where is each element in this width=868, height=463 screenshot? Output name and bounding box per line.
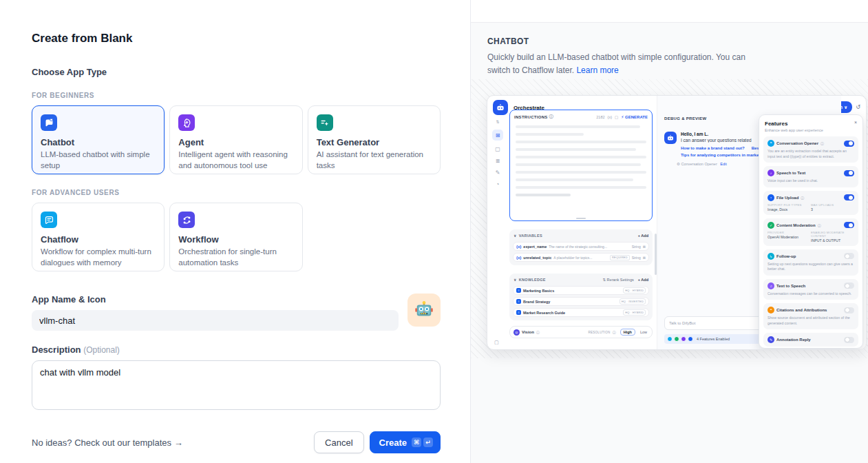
info-icon: ⓘ (801, 196, 804, 200)
description-textarea[interactable]: chat with vllm model (32, 360, 441, 410)
feature-toggle (844, 170, 854, 176)
instructions-label: INSTRUCTIONS (514, 115, 548, 119)
citations-icon: ❝ (768, 307, 774, 313)
beginner-app-type-cards: Chatbot LLM-based chatbot with simple se… (32, 105, 441, 174)
sliders-icon: ⇅ (496, 119, 499, 124)
document-icon: ≡ (516, 288, 521, 293)
text-to-speech-icon: ♫ (768, 282, 774, 289)
chevron-down-icon: ∨ (514, 234, 517, 238)
app-type-name: Chatflow (41, 234, 156, 245)
app-type-name: Text Generator (317, 137, 432, 147)
variable-row: {x} expert_name The name of the strategi… (513, 242, 649, 251)
history-icon: ↺ (856, 104, 860, 110)
chatbot-icon (41, 114, 57, 131)
feature-toggle (844, 337, 854, 343)
app-type-name: Agent (178, 137, 293, 147)
advanced-app-type-cards: Chatflow Workflow for complex multi-turn… (32, 203, 441, 271)
feature-mini-icon (667, 336, 673, 342)
feature-toggle (844, 307, 854, 313)
app-type-desc: Intelligent agent with reasoning and aut… (178, 150, 293, 172)
annotation-reply-icon: ✎ (768, 336, 774, 343)
info-icon: ⓘ (536, 330, 540, 334)
orchestrate-tab-icon: ⊞ (492, 130, 503, 141)
feature-toggle (844, 141, 854, 147)
required-badge: REQUIRED (610, 255, 630, 260)
variable-token-icon: {x} (516, 256, 521, 260)
preview-hatch-area: Orchestrate GPT-4o CHAT ♪ ⚙ ∨ ⇅ Publish … (471, 79, 868, 358)
app-name-input[interactable] (32, 310, 399, 331)
feature-item-conversation-opener: ❞ Conversation Opener ⓘ You are an entit… (763, 136, 858, 163)
app-type-card-agent[interactable]: Agent Intelligent agent with reasoning a… (169, 105, 302, 174)
app-name-label: App Name & Icon (32, 294, 441, 305)
app-type-desc: Workflow for complex multi-turn dialogue… (41, 247, 156, 269)
choose-app-type-label: Choose App Type (32, 67, 441, 77)
document-icon: ≡ (516, 299, 521, 304)
arrow-right-icon: → (174, 438, 183, 448)
resize-handle-icon (576, 218, 586, 219)
add-knowledge-label: Add (641, 278, 648, 282)
generate-icon: ⚡ (621, 115, 624, 119)
variable-icon: {x} (608, 115, 612, 119)
feature-mini-icon (681, 336, 686, 342)
vision-row: ◎ Vision ⓘ RESOLUTION ⓘ High Low (509, 326, 653, 338)
app-type-card-text-generator[interactable]: Text Generator AI assistant for text gen… (308, 105, 441, 174)
chatflow-icon (41, 212, 57, 228)
vision-icon: ◎ (514, 329, 520, 336)
variable-type-icon: ⊞ (643, 256, 646, 260)
rerank-settings-label: Rerank Settings (607, 278, 634, 282)
app-type-card-chatflow[interactable]: Chatflow Workflow for complex multi-turn… (32, 203, 165, 271)
robot-emoji-icon (414, 300, 434, 320)
agent-icon (178, 114, 195, 131)
info-icon: ⓘ (818, 223, 821, 227)
chatbot-preview-image: Orchestrate GPT-4o CHAT ♪ ⚙ ∨ ⇅ Publish … (487, 95, 867, 350)
dialog-footer: No ideas? Check out our templates → Canc… (32, 431, 441, 453)
templates-link[interactable]: No ideas? Check out our templates → (32, 438, 183, 448)
for-beginners-label: FOR BEGINNERS (32, 92, 441, 99)
feature-mini-icon (688, 336, 693, 342)
monitoring-tab-icon: ◔ (496, 181, 500, 187)
resolution-high-option: High (620, 329, 635, 336)
feature-toggle (844, 194, 854, 200)
cancel-button[interactable]: Cancel (314, 431, 363, 453)
create-button[interactable]: Create ⌘ ↵ (370, 431, 441, 453)
suggestion-link: Tips for analyzing competitors in market (681, 153, 761, 157)
app-type-name: Workflow (178, 234, 293, 245)
bot-message: Hello, I am L. I can answer your questio… (664, 132, 761, 166)
features-panel: Features Enhance web app user experience… (759, 114, 863, 349)
variables-section: ∨ VARIABLES + Add {x} expert_name The na… (509, 229, 653, 265)
learn-more-link[interactable]: Learn more (576, 65, 618, 75)
variable-type-icon: ⊞ (643, 245, 646, 249)
app-type-card-chatbot[interactable]: Chatbot LLM-based chatbot with simple se… (32, 105, 165, 174)
logs-tab-icon: ≣ (496, 158, 500, 164)
app-type-card-workflow[interactable]: Workflow Orchestration for single-turn a… (169, 203, 302, 271)
app-type-info-panel: CHATBOT Quickly build an LLM-based chatb… (470, 0, 868, 463)
knowledge-item: ≡ Marketing Basics HQ · HYBRID (513, 286, 649, 295)
copy-icon: ▢ (615, 115, 618, 119)
info-icon: ⓘ (549, 114, 553, 120)
cmd-key-icon: ⌘ (412, 438, 421, 447)
create-app-panel: Create from Blank Choose App Type FOR BE… (0, 0, 470, 463)
feature-item-file-upload: ↑ File Upload ⓘ SUPPORT FILE TYPES Image… (763, 191, 858, 215)
variable-row: {x} unrelated_topic A placeholder for to… (513, 253, 649, 262)
app-type-desc: LLM-based chatbot with simple setup (41, 150, 156, 172)
preview-tab-icon: ▢ (495, 146, 500, 152)
retrieval-badge: HQ · HYBRID (623, 287, 646, 294)
bot-avatar (664, 132, 677, 144)
enter-key-icon: ↵ (423, 438, 433, 447)
retrieval-badge: HQ · HYBRID (623, 309, 646, 316)
rerank-icon: ⇅ (602, 278, 606, 282)
info-icon: ⓘ (821, 141, 824, 145)
plus-icon: + (638, 278, 640, 282)
close-icon: × (854, 120, 857, 125)
feature-item-follow-up: ↳ Follow-up Setting up next questions su… (763, 249, 858, 276)
content-moderation-icon: ✓ (768, 222, 774, 229)
knowledge-item: ≡ Brand Strategy HQ · INVERTED (513, 297, 649, 306)
description-optional-label: (Optional) (83, 345, 120, 355)
app-icon-picker[interactable] (407, 294, 441, 327)
info-icon: ⓘ (613, 330, 616, 334)
collapse-icon: ▢ (494, 340, 499, 345)
dialog-title: Create from Blank (32, 32, 441, 45)
knowledge-label: KNOWLEDGE (519, 278, 546, 282)
chevron-down-icon: ∨ (844, 105, 847, 110)
feature-item-citations: ❝ Citations and Attributions Show source… (763, 303, 858, 329)
